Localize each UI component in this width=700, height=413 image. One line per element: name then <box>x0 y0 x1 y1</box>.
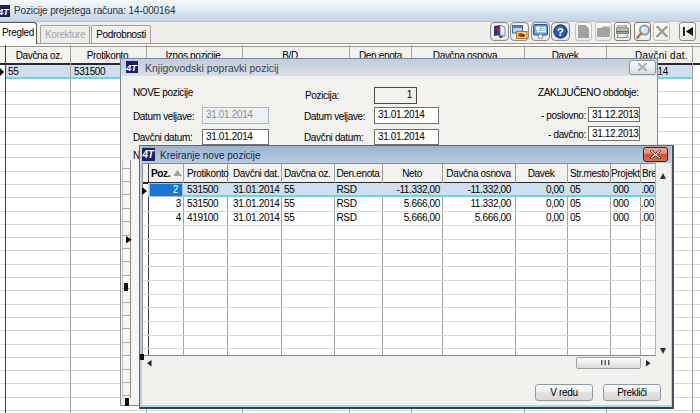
svg-text:4T: 4T <box>142 149 155 160</box>
svg-text:?: ? <box>557 26 564 38</box>
svg-text:?: ? <box>495 26 500 36</box>
svg-text:4T: 4T <box>126 62 138 73</box>
